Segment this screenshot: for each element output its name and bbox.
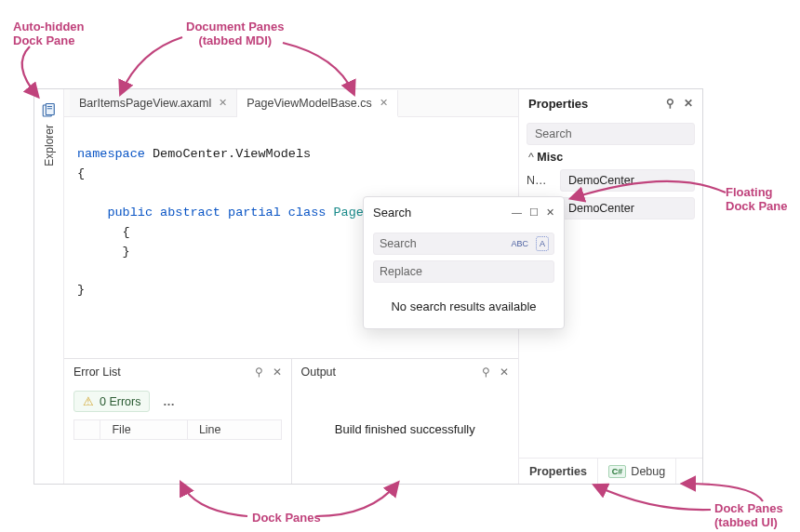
- annotation-floating-pane: Floating Dock Pane: [726, 186, 787, 214]
- tab-debug[interactable]: C# Debug: [598, 459, 676, 484]
- maximize-icon[interactable]: ☐: [529, 206, 539, 219]
- search-status: No search results available: [373, 288, 554, 317]
- warning-icon: ⚠: [83, 394, 94, 408]
- search-input[interactable]: Search ABC A: [373, 233, 554, 255]
- col-blank[interactable]: [74, 420, 100, 440]
- panel-title: Error List: [73, 366, 121, 379]
- tab-properties[interactable]: Properties: [519, 459, 598, 484]
- annotation-document-panes: Document Panes (tabbed MDI): [186, 20, 284, 48]
- replace-input[interactable]: Replace: [373, 260, 554, 283]
- tab-label: BarItemsPageView.axaml: [79, 97, 211, 110]
- prop-value-path[interactable]: DemoCenter: [560, 197, 695, 219]
- right-dock-tabs: Properties C# Debug: [519, 458, 702, 484]
- rail-explorer-label[interactable]: Explorer: [43, 125, 56, 166]
- panel-output: Output ⚲ ✕ Build finished successfully: [292, 359, 519, 484]
- explorer-icon[interactable]: [41, 102, 58, 119]
- panel-error-list: Error List ⚲ ✕ ⚠ 0 Errors …: [64, 359, 292, 484]
- panel-title: Output: [301, 366, 337, 379]
- match-case-icon[interactable]: A: [537, 237, 548, 250]
- annotation-auto-hidden: Auto-hidden Dock Pane: [13, 20, 85, 48]
- floater-title: Search: [373, 206, 411, 219]
- minimize-icon[interactable]: —: [512, 206, 522, 219]
- floating-search-pane[interactable]: Search — ☐ ✕ Search ABC A Replace No sea…: [363, 196, 565, 329]
- prop-label-name: N…: [527, 174, 554, 187]
- search-placeholder: Search: [380, 237, 417, 250]
- col-line[interactable]: Line: [187, 420, 281, 440]
- close-icon[interactable]: ✕: [546, 206, 554, 219]
- tab-label: PageViewModelBase.cs: [247, 97, 372, 110]
- properties-search-input[interactable]: Search: [527, 123, 695, 145]
- autohide-rail: Explorer: [34, 89, 64, 484]
- close-icon[interactable]: ✕: [500, 366, 509, 379]
- close-icon[interactable]: ✕: [273, 366, 282, 379]
- col-file[interactable]: File: [100, 420, 187, 440]
- error-count-pill[interactable]: ⚠ 0 Errors: [73, 391, 150, 412]
- pin-icon[interactable]: ⚲: [482, 366, 490, 379]
- error-table: File Line: [73, 419, 282, 440]
- svg-rect-1: [46, 104, 54, 115]
- close-icon[interactable]: ✕: [684, 97, 693, 110]
- section-misc[interactable]: Misc: [527, 151, 695, 164]
- output-message: Build finished successfully: [301, 391, 510, 436]
- document-tabstrip: BarItemsPageView.axaml ✕ PageViewModelBa…: [64, 89, 518, 117]
- panel-title: Properties: [528, 97, 588, 111]
- error-count-text: 0 Errors: [100, 395, 140, 408]
- prop-value-name[interactable]: DemoCenter: [560, 169, 695, 192]
- match-word-icon[interactable]: ABC: [508, 237, 531, 250]
- annotation-dock-panes: Dock Panes: [252, 512, 321, 525]
- pin-icon[interactable]: ⚲: [666, 97, 674, 110]
- bottom-dock: Error List ⚲ ✕ ⚠ 0 Errors …: [64, 358, 518, 484]
- pin-icon[interactable]: ⚲: [255, 366, 263, 379]
- close-icon[interactable]: ✕: [219, 97, 227, 109]
- replace-placeholder: Replace: [380, 265, 422, 278]
- csharp-icon: C#: [608, 465, 627, 478]
- tab-pageviewmodelbase[interactable]: PageViewModelBase.cs ✕: [237, 90, 398, 117]
- annotation-dock-tabbed: Dock Panes (tabbed UI): [714, 502, 783, 530]
- close-icon[interactable]: ✕: [380, 97, 388, 109]
- overflow-menu-icon[interactable]: …: [163, 394, 176, 408]
- tab-baritemspageview[interactable]: BarItemsPageView.axaml ✕: [70, 89, 237, 116]
